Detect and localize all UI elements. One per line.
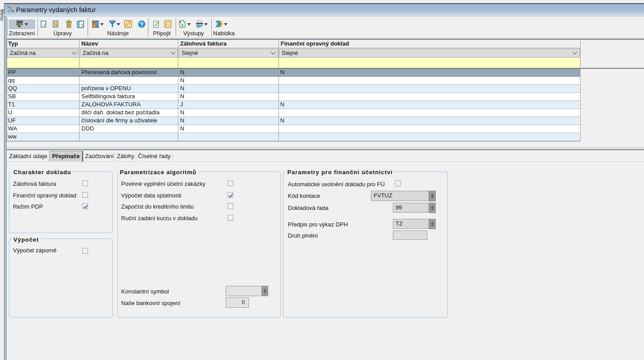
svg-text:x: x: [181, 22, 184, 27]
svg-text:?: ?: [140, 21, 143, 28]
